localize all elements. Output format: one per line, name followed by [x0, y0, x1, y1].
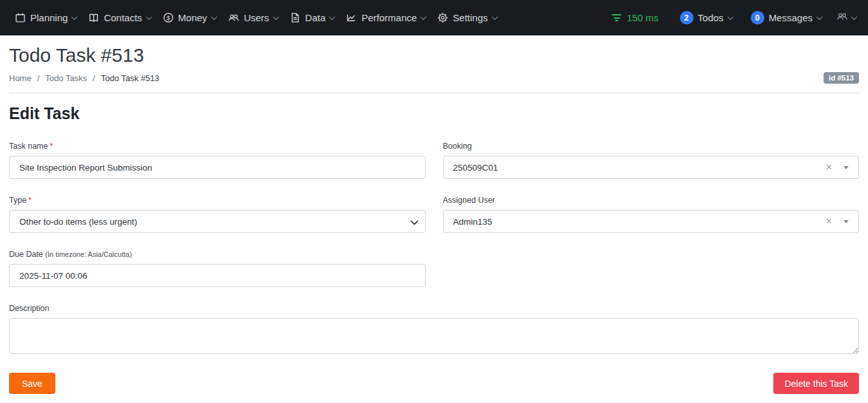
- signal-icon: [612, 14, 621, 21]
- response-time-value: 150 ms: [627, 12, 658, 23]
- chevron-down-icon: [211, 14, 217, 20]
- navbar-status: 150 ms 2 Todos 0 Messages: [612, 6, 859, 30]
- type-select-wrap: Other to-do items (less urgent): [9, 210, 426, 233]
- id-badge: id #513: [824, 72, 859, 84]
- assigned-user-value: Admin135: [453, 217, 822, 227]
- chevron-down-icon: [329, 14, 335, 20]
- clear-icon[interactable]: ×: [822, 216, 836, 227]
- breadcrumb-row: Home / Todo Tasks / Todo Task #513 id #5…: [9, 71, 859, 84]
- save-button[interactable]: Save: [9, 373, 55, 394]
- chevron-down-icon: [272, 14, 279, 20]
- due-date-input[interactable]: [9, 264, 426, 287]
- divider: [9, 93, 859, 93]
- response-time: 150 ms: [612, 12, 658, 23]
- task-name-label: Task name*: [9, 141, 426, 151]
- form-footer: Save Delete this Task: [9, 373, 859, 394]
- account-users-icon: [836, 11, 848, 24]
- nav-item-settings[interactable]: Settings: [431, 7, 502, 28]
- main-content: Todo Task #513 Home / Todo Tasks / Todo …: [0, 44, 868, 394]
- breadcrumb-current: Todo Task #513: [101, 73, 160, 83]
- description-textarea[interactable]: [9, 318, 859, 354]
- nav-label: Users: [244, 12, 269, 23]
- todos-count-badge: 2: [680, 11, 693, 24]
- breadcrumb: Home / Todo Tasks / Todo Task #513: [9, 73, 160, 83]
- assigned-user-label: Assigned User: [443, 195, 860, 205]
- breadcrumb-separator: /: [93, 73, 95, 83]
- nav-label: Data: [305, 12, 326, 23]
- nav-item-contacts[interactable]: Contacts: [82, 7, 156, 28]
- booking-value: 250509C01: [453, 163, 822, 173]
- chevron-down-icon: [146, 14, 152, 20]
- users-icon: [228, 12, 240, 23]
- due-date-group: Due Date (In timezone: Asia/Calcutta): [9, 249, 426, 287]
- booking-select[interactable]: 250509C01 ×: [443, 156, 860, 179]
- timezone-note: (In timezone: Asia/Calcutta): [45, 250, 132, 258]
- breadcrumb-separator: /: [37, 73, 40, 83]
- type-select[interactable]: Other to-do items (less urgent): [9, 210, 426, 233]
- gear-icon: [437, 12, 448, 23]
- chevron-down-icon: [420, 14, 427, 20]
- caret-down-icon: [844, 166, 849, 169]
- assigned-user-group: Assigned User Admin135 ×: [443, 195, 860, 233]
- type-label: Type*: [9, 195, 426, 205]
- nav-item-data[interactable]: Data: [284, 7, 341, 28]
- required-marker: *: [28, 196, 32, 205]
- nav-label: Contacts: [104, 12, 142, 23]
- chevron-down-icon: [491, 14, 498, 20]
- assigned-user-select[interactable]: Admin135 ×: [443, 210, 860, 233]
- nav-item-planning[interactable]: Planning: [9, 7, 82, 28]
- nav-label: Money: [178, 12, 207, 23]
- clear-icon[interactable]: ×: [822, 162, 836, 173]
- chevron-down-icon: [727, 14, 733, 20]
- calendar-icon: [15, 12, 26, 23]
- section-title: Edit Task: [9, 103, 859, 124]
- description-label: Description: [9, 303, 859, 314]
- nav-item-money[interactable]: $ Money: [157, 7, 222, 28]
- top-navbar: Planning Contacts $ Money: [0, 0, 868, 35]
- book-icon: [88, 12, 99, 23]
- nav-label: Performance: [361, 12, 417, 23]
- nav-label: Messages: [769, 12, 813, 23]
- empty-cell: [443, 249, 860, 303]
- task-name-input[interactable]: [9, 156, 426, 179]
- type-group: Type* Other to-do items (less urgent): [9, 195, 426, 233]
- breadcrumb-todo-tasks[interactable]: Todo Tasks: [45, 73, 87, 83]
- booking-group: Booking 250509C01 ×: [443, 141, 860, 179]
- due-date-label: Due Date (In timezone: Asia/Calcutta): [9, 249, 426, 259]
- breadcrumb-home[interactable]: Home: [9, 73, 32, 83]
- line-chart-icon: [346, 12, 357, 23]
- delete-task-button[interactable]: Delete this Task: [773, 373, 859, 394]
- booking-label: Booking: [443, 141, 860, 151]
- file-icon: [290, 12, 301, 23]
- nav-item-performance[interactable]: Performance: [340, 7, 431, 28]
- svg-text:$: $: [167, 15, 170, 21]
- chevron-down-icon: [851, 14, 858, 20]
- edit-task-form: Task name* Booking 250509C01 × Type* Oth…: [9, 141, 859, 303]
- description-group: Description: [9, 303, 859, 357]
- nav-item-users[interactable]: Users: [222, 7, 284, 28]
- caret-down-icon: [844, 220, 849, 223]
- dollar-circle-icon: $: [163, 12, 174, 23]
- messages-count-badge: 0: [751, 11, 764, 24]
- page-title: Todo Task #513: [9, 44, 859, 67]
- account-menu[interactable]: [834, 6, 859, 30]
- required-marker: *: [50, 142, 53, 151]
- navbar-menu: Planning Contacts $ Money: [9, 7, 503, 28]
- chevron-down-icon: [816, 14, 823, 20]
- nav-item-messages[interactable]: 0 Messages: [745, 6, 827, 30]
- chevron-down-icon: [71, 14, 78, 20]
- nav-item-todos[interactable]: 2 Todos: [674, 6, 739, 30]
- nav-label: Todos: [698, 12, 724, 23]
- nav-label: Settings: [453, 12, 487, 23]
- nav-label: Planning: [30, 12, 68, 23]
- task-name-group: Task name*: [9, 141, 426, 179]
